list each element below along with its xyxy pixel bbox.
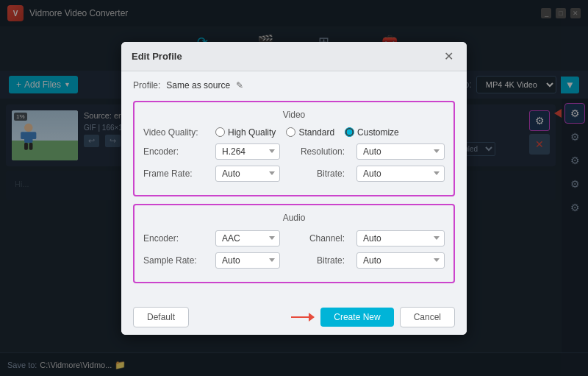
high-quality-option[interactable]: High Quality bbox=[215, 127, 276, 138]
video-section-title: Video bbox=[143, 110, 445, 120]
audio-bitrate-pair: Bitrate: Auto bbox=[286, 252, 445, 269]
modal-footer: Default Create New Cancel bbox=[121, 299, 467, 335]
standard-quality-label: Standard bbox=[298, 127, 334, 138]
channel-select[interactable]: Auto bbox=[356, 230, 445, 246]
samplerate-select[interactable]: Auto bbox=[215, 252, 280, 269]
high-quality-label: High Quality bbox=[228, 127, 276, 138]
samplerate-bitrate-row: Sample Rate: Auto Bitrate: Auto bbox=[143, 252, 445, 269]
encoder-label: Encoder: bbox=[143, 146, 209, 157]
audio-encoder-channel-row: Encoder: AAC Channel: Auto bbox=[143, 230, 445, 246]
profile-edit-icon[interactable]: ✎ bbox=[236, 80, 243, 91]
arrow-line bbox=[291, 316, 309, 318]
resolution-label: Resolution: bbox=[286, 146, 345, 157]
audio-section-title: Audio bbox=[143, 213, 445, 223]
customize-quality-radio[interactable] bbox=[345, 127, 354, 137]
modal-body: Profile: Same as source ✎ Video Video Qu… bbox=[121, 71, 467, 299]
arrow-indicator bbox=[291, 313, 315, 322]
profile-label: Profile: bbox=[133, 80, 160, 91]
cancel-button[interactable]: Cancel bbox=[400, 307, 455, 327]
default-button[interactable]: Default bbox=[133, 307, 189, 327]
video-bitrate-select[interactable]: Auto bbox=[356, 166, 445, 182]
audio-encoder-label: Encoder: bbox=[143, 233, 209, 244]
encoder-resolution-row: Encoder: H.264 Resolution: Auto bbox=[143, 143, 445, 160]
profile-value: Same as source bbox=[166, 80, 230, 91]
resolution-pair: Resolution: Auto bbox=[286, 143, 445, 160]
video-quality-radio-group: High Quality Standard Customize bbox=[215, 127, 399, 138]
modal-header: Edit Profile ✕ bbox=[121, 42, 467, 71]
audio-encoder-select[interactable]: AAC bbox=[215, 230, 280, 246]
footer-right: Create New Cancel bbox=[196, 307, 455, 327]
audio-section: Audio Encoder: AAC Channel: Auto bbox=[133, 204, 455, 283]
create-btn-with-arrow: Create New bbox=[320, 308, 393, 327]
audio-bitrate-select[interactable]: Auto bbox=[356, 252, 445, 269]
video-quality-label: Video Quality: bbox=[143, 127, 209, 138]
customize-quality-label: Customize bbox=[357, 127, 399, 138]
samplerate-label: Sample Rate: bbox=[143, 255, 209, 266]
channel-pair: Channel: Auto bbox=[286, 230, 445, 246]
modal-close-button[interactable]: ✕ bbox=[441, 49, 456, 63]
standard-quality-option[interactable]: Standard bbox=[286, 127, 334, 138]
arrow-head bbox=[309, 313, 315, 322]
video-quality-row: Video Quality: High Quality Standard bbox=[143, 127, 445, 138]
profile-row: Profile: Same as source ✎ bbox=[133, 80, 455, 91]
audio-bitrate-label: Bitrate: bbox=[286, 255, 345, 266]
resolution-select[interactable]: Auto bbox=[356, 143, 445, 160]
framerate-bitrate-row: Frame Rate: Auto Bitrate: Auto bbox=[143, 166, 445, 182]
channel-label: Channel: bbox=[286, 233, 345, 244]
framerate-label: Frame Rate: bbox=[143, 169, 209, 179]
edit-profile-modal: Edit Profile ✕ Profile: Same as source ✎… bbox=[121, 42, 467, 335]
video-bitrate-pair: Bitrate: Auto bbox=[286, 166, 445, 182]
standard-quality-radio[interactable] bbox=[286, 127, 295, 137]
video-bitrate-label: Bitrate: bbox=[286, 169, 345, 179]
framerate-select[interactable]: Auto bbox=[215, 166, 280, 182]
modal-overlay: Edit Profile ✕ Profile: Same as source ✎… bbox=[0, 0, 588, 376]
video-section: Video Video Quality: High Quality Standa… bbox=[133, 101, 455, 196]
high-quality-radio[interactable] bbox=[215, 127, 225, 137]
modal-title: Edit Profile bbox=[132, 51, 182, 62]
encoder-select[interactable]: H.264 bbox=[215, 143, 280, 160]
customize-quality-option[interactable]: Customize bbox=[345, 127, 399, 138]
create-new-button[interactable]: Create New bbox=[320, 308, 393, 327]
